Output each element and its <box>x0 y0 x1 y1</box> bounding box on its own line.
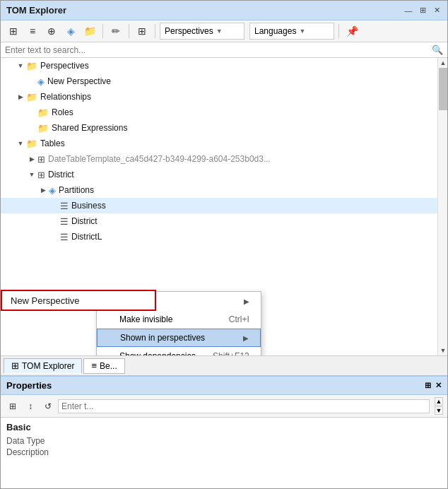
scroll-thumb[interactable] <box>439 68 447 110</box>
tree-item-date-table[interactable]: ▶ ⊞ DateTableTemplate_ca45d427-b349-4299… <box>1 151 447 167</box>
perspectives-dropdown-arrow: ▼ <box>216 28 223 35</box>
col-icon-business: ☰ <box>60 201 69 211</box>
context-menu-overlay: New Perspective Create ▶ Make invisible … <box>96 291 261 355</box>
expand-partitions[interactable]: ▶ <box>37 184 49 196</box>
window-title: TOM Explorer <box>6 5 66 16</box>
properties-body: Basic Data Type Description <box>1 418 447 462</box>
properties-close-btn[interactable]: ✕ <box>435 381 442 390</box>
prop-row-data-type: Data Type <box>6 435 442 447</box>
partition-icon: ◈ <box>49 185 56 196</box>
expand-perspectives[interactable]: ▼ <box>15 60 26 71</box>
title-bar-buttons: — ⊞ ✕ <box>403 6 442 16</box>
folder-icon-rel: 📁 <box>26 92 37 102</box>
label-perspectives: Perspectives <box>40 61 89 71</box>
tree-area: ▼ 📁 Perspectives ▶ ◈ New Perspective ▶ 📁… <box>1 58 447 355</box>
tree-item-business[interactable]: ☰ Business <box>1 198 447 213</box>
menu-shortcut-show-dependencies: Shift+F12 <box>213 351 249 355</box>
languages-dropdown-label: Languages <box>254 26 296 36</box>
tree-item-new-perspective[interactable]: ▶ ◈ New Perspective <box>1 73 447 89</box>
expand-relationships[interactable]: ▶ <box>15 91 26 102</box>
label-district-col: District <box>71 216 98 226</box>
label-partitions: Partitions <box>59 185 94 195</box>
toolbar-btn-7[interactable]: ⊞ <box>134 23 151 40</box>
prop-scroll-down[interactable]: ▼ <box>435 406 443 415</box>
prop-key-description: Description <box>6 447 77 457</box>
properties-pin-btn[interactable]: ⊞ <box>425 381 431 390</box>
folder-icon-roles: 📁 <box>37 107 49 118</box>
folder-icon-tables: 📁 <box>26 139 37 149</box>
prop-btn-refresh[interactable]: ↺ <box>40 399 56 414</box>
tree-item-district[interactable]: ▼ ⊞ District <box>1 167 447 182</box>
menu-item-show-dependencies[interactable]: Show dependencies Shift+F12 <box>97 347 261 355</box>
tab-icon-tom: ⊞ <box>11 360 19 371</box>
bottom-tabs: ⊞ TOM Explorer ≡ Be... <box>1 355 447 375</box>
tree-item-perspectives[interactable]: ▼ 📁 Perspectives <box>1 58 447 73</box>
tab-tom-explorer[interactable]: ⊞ TOM Explorer <box>4 358 82 374</box>
tree-item-partitions[interactable]: ▶ ◈ Partitions <box>1 182 447 198</box>
tom-explorer-window: TOM Explorer — ⊞ ✕ ⊞ ≡ ⊕ ◈ 📁 ✏ ⊞ Perspec… <box>0 0 448 489</box>
tree-item-districtl[interactable]: ☰ DistrictL <box>1 229 447 245</box>
menu-shortcut-make-invisible: Ctrl+I <box>229 314 249 324</box>
prop-key-data-type: Data Type <box>6 436 77 446</box>
toolbar-btn-4[interactable]: ◈ <box>62 23 79 40</box>
tab-icon-be: ≡ <box>91 360 97 371</box>
table-icon-dt: ⊞ <box>37 154 45 165</box>
new-perspective-row-label: New Perspective <box>2 295 80 306</box>
search-bar: 🔍 <box>1 42 447 58</box>
pin-toolbar-button[interactable]: 📌 <box>343 23 360 40</box>
toolbar-btn-6[interactable]: ✏ <box>107 23 124 40</box>
gear-icon-np: ◈ <box>37 76 45 87</box>
search-icon: 🔍 <box>432 45 443 55</box>
toolbar-btn-3[interactable]: ⊕ <box>43 23 60 40</box>
expand-dt[interactable]: ▶ <box>26 153 37 165</box>
scroll-track <box>438 68 447 346</box>
scroll-down-btn[interactable]: ▼ <box>438 346 447 355</box>
label-roles: Roles <box>52 107 73 117</box>
tree-scrollbar[interactable]: ▲ ▼ <box>437 58 447 355</box>
scroll-up-btn[interactable]: ▲ <box>438 58 447 68</box>
new-perspective-highlighted-row[interactable]: New Perspective <box>1 290 156 311</box>
prop-scroll-btns: ▲ ▼ <box>435 397 443 415</box>
col-icon-districtl: ☰ <box>60 232 69 242</box>
close-button[interactable]: ✕ <box>432 6 442 16</box>
menu-arrow-shown: ▶ <box>243 334 249 342</box>
prop-search-input[interactable] <box>58 399 430 413</box>
toolbar-btn-5[interactable]: 📁 <box>81 23 98 40</box>
languages-dropdown[interactable]: Languages ▼ <box>249 23 334 40</box>
tree-item-shared-expressions[interactable]: 📁 Shared Expressions <box>1 120 447 136</box>
label-districtl: DistrictL <box>71 232 102 242</box>
tree-scroll: ▼ 📁 Perspectives ▶ ◈ New Perspective ▶ 📁… <box>1 58 447 355</box>
separator-1 <box>102 24 103 38</box>
toolbar: ⊞ ≡ ⊕ ◈ 📁 ✏ ⊞ Perspectives ▼ Languages ▼… <box>1 20 447 42</box>
prop-row-description: Description <box>6 447 442 458</box>
expand-district[interactable]: ▼ <box>26 169 37 180</box>
tab-be[interactable]: ≡ Be... <box>83 358 124 374</box>
prop-scroll-up[interactable]: ▲ <box>435 397 443 406</box>
tree-item-district-col[interactable]: ☰ District <box>1 213 447 229</box>
col-icon-district: ☰ <box>60 216 69 227</box>
label-district: District <box>48 170 74 179</box>
folder-icon-se: 📁 <box>37 123 49 134</box>
tree-item-relationships[interactable]: ▶ 📁 Relationships <box>1 89 447 105</box>
label-new-perspective: New Perspective <box>47 76 111 86</box>
search-input[interactable] <box>5 45 429 55</box>
properties-title-label: Properties <box>6 380 52 391</box>
tree-item-tables[interactable]: ▼ 📁 Tables <box>1 136 447 151</box>
properties-toolbar: ⊞ ↕ ↺ ▲ ▼ <box>1 395 447 418</box>
pin-button[interactable]: ⊞ <box>418 6 428 16</box>
toolbar-btn-2[interactable]: ≡ <box>24 23 41 40</box>
properties-title-buttons: ⊞ ✕ <box>425 381 442 390</box>
expand-tables[interactable]: ▼ <box>15 138 26 149</box>
menu-label-make-invisible: Make invisible <box>119 314 172 324</box>
tree-item-roles[interactable]: 📁 Roles <box>1 105 447 120</box>
menu-item-shown-in-perspectives[interactable]: Shown in perspectives ▶ <box>97 329 261 347</box>
menu-arrow-create: ▶ <box>244 297 249 305</box>
folder-icon-perspectives: 📁 <box>26 61 37 71</box>
perspectives-dropdown[interactable]: Perspectives ▼ <box>160 23 244 40</box>
separator-3 <box>155 24 155 38</box>
menu-item-make-invisible[interactable]: Make invisible Ctrl+I <box>97 310 261 329</box>
toolbar-btn-1[interactable]: ⊞ <box>5 23 22 40</box>
prop-btn-sort[interactable]: ↕ <box>23 399 38 414</box>
minimize-button[interactable]: — <box>403 6 413 16</box>
prop-btn-grid[interactable]: ⊞ <box>5 399 20 414</box>
